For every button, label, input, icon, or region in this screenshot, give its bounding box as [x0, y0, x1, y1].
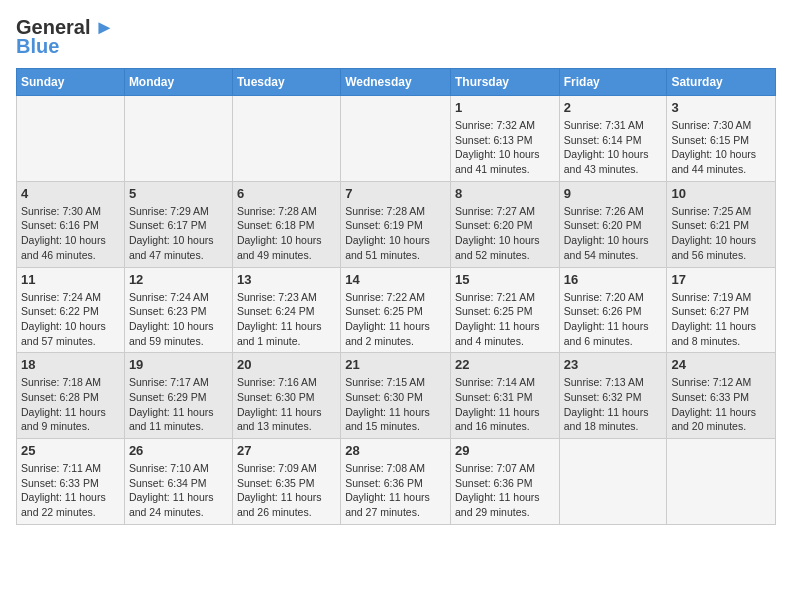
day-number: 13 [237, 272, 336, 287]
day-info: Sunrise: 7:07 AMSunset: 6:36 PMDaylight:… [455, 461, 555, 520]
calendar-week-3: 11Sunrise: 7:24 AMSunset: 6:22 PMDayligh… [17, 267, 776, 353]
calendar-cell: 10Sunrise: 7:25 AMSunset: 6:21 PMDayligh… [667, 181, 776, 267]
calendar-cell: 23Sunrise: 7:13 AMSunset: 6:32 PMDayligh… [559, 353, 667, 439]
calendar-cell: 22Sunrise: 7:14 AMSunset: 6:31 PMDayligh… [450, 353, 559, 439]
day-number: 20 [237, 357, 336, 372]
calendar-cell [559, 439, 667, 525]
calendar-cell: 15Sunrise: 7:21 AMSunset: 6:25 PMDayligh… [450, 267, 559, 353]
calendar-cell: 19Sunrise: 7:17 AMSunset: 6:29 PMDayligh… [124, 353, 232, 439]
day-info: Sunrise: 7:26 AMSunset: 6:20 PMDaylight:… [564, 204, 663, 263]
day-number: 5 [129, 186, 228, 201]
calendar-cell: 6Sunrise: 7:28 AMSunset: 6:18 PMDaylight… [232, 181, 340, 267]
calendar-week-1: 1Sunrise: 7:32 AMSunset: 6:13 PMDaylight… [17, 96, 776, 182]
day-info: Sunrise: 7:22 AMSunset: 6:25 PMDaylight:… [345, 290, 446, 349]
calendar-cell: 2Sunrise: 7:31 AMSunset: 6:14 PMDaylight… [559, 96, 667, 182]
day-info: Sunrise: 7:15 AMSunset: 6:30 PMDaylight:… [345, 375, 446, 434]
calendar-cell: 14Sunrise: 7:22 AMSunset: 6:25 PMDayligh… [341, 267, 451, 353]
day-number: 15 [455, 272, 555, 287]
calendar-week-4: 18Sunrise: 7:18 AMSunset: 6:28 PMDayligh… [17, 353, 776, 439]
calendar-cell: 26Sunrise: 7:10 AMSunset: 6:34 PMDayligh… [124, 439, 232, 525]
calendar-cell: 25Sunrise: 7:11 AMSunset: 6:33 PMDayligh… [17, 439, 125, 525]
calendar-cell: 8Sunrise: 7:27 AMSunset: 6:20 PMDaylight… [450, 181, 559, 267]
calendar-cell: 29Sunrise: 7:07 AMSunset: 6:36 PMDayligh… [450, 439, 559, 525]
day-number: 10 [671, 186, 771, 201]
day-number: 24 [671, 357, 771, 372]
day-number: 23 [564, 357, 663, 372]
day-number: 18 [21, 357, 120, 372]
calendar-cell: 5Sunrise: 7:29 AMSunset: 6:17 PMDaylight… [124, 181, 232, 267]
day-number: 7 [345, 186, 446, 201]
day-number: 1 [455, 100, 555, 115]
day-number: 4 [21, 186, 120, 201]
day-info: Sunrise: 7:21 AMSunset: 6:25 PMDaylight:… [455, 290, 555, 349]
day-info: Sunrise: 7:10 AMSunset: 6:34 PMDaylight:… [129, 461, 228, 520]
day-info: Sunrise: 7:27 AMSunset: 6:20 PMDaylight:… [455, 204, 555, 263]
day-info: Sunrise: 7:24 AMSunset: 6:23 PMDaylight:… [129, 290, 228, 349]
calendar-cell: 4Sunrise: 7:30 AMSunset: 6:16 PMDaylight… [17, 181, 125, 267]
day-number: 3 [671, 100, 771, 115]
calendar-cell: 21Sunrise: 7:15 AMSunset: 6:30 PMDayligh… [341, 353, 451, 439]
day-info: Sunrise: 7:17 AMSunset: 6:29 PMDaylight:… [129, 375, 228, 434]
logo: General ► Blue [16, 16, 114, 58]
day-number: 16 [564, 272, 663, 287]
calendar-cell: 1Sunrise: 7:32 AMSunset: 6:13 PMDaylight… [450, 96, 559, 182]
day-number: 9 [564, 186, 663, 201]
column-header-sunday: Sunday [17, 69, 125, 96]
day-number: 28 [345, 443, 446, 458]
logo-blue-text: Blue [16, 35, 59, 58]
column-header-tuesday: Tuesday [232, 69, 340, 96]
day-info: Sunrise: 7:12 AMSunset: 6:33 PMDaylight:… [671, 375, 771, 434]
day-number: 14 [345, 272, 446, 287]
day-info: Sunrise: 7:14 AMSunset: 6:31 PMDaylight:… [455, 375, 555, 434]
calendar-week-5: 25Sunrise: 7:11 AMSunset: 6:33 PMDayligh… [17, 439, 776, 525]
day-info: Sunrise: 7:11 AMSunset: 6:33 PMDaylight:… [21, 461, 120, 520]
day-number: 26 [129, 443, 228, 458]
day-info: Sunrise: 7:25 AMSunset: 6:21 PMDaylight:… [671, 204, 771, 263]
column-header-saturday: Saturday [667, 69, 776, 96]
day-number: 6 [237, 186, 336, 201]
calendar-cell: 28Sunrise: 7:08 AMSunset: 6:36 PMDayligh… [341, 439, 451, 525]
day-info: Sunrise: 7:08 AMSunset: 6:36 PMDaylight:… [345, 461, 446, 520]
day-info: Sunrise: 7:13 AMSunset: 6:32 PMDaylight:… [564, 375, 663, 434]
calendar-cell [667, 439, 776, 525]
day-info: Sunrise: 7:19 AMSunset: 6:27 PMDaylight:… [671, 290, 771, 349]
calendar-cell: 11Sunrise: 7:24 AMSunset: 6:22 PMDayligh… [17, 267, 125, 353]
day-number: 27 [237, 443, 336, 458]
calendar-cell: 7Sunrise: 7:28 AMSunset: 6:19 PMDaylight… [341, 181, 451, 267]
calendar-cell: 18Sunrise: 7:18 AMSunset: 6:28 PMDayligh… [17, 353, 125, 439]
calendar-cell: 27Sunrise: 7:09 AMSunset: 6:35 PMDayligh… [232, 439, 340, 525]
calendar-cell [17, 96, 125, 182]
day-number: 2 [564, 100, 663, 115]
day-info: Sunrise: 7:32 AMSunset: 6:13 PMDaylight:… [455, 118, 555, 177]
day-number: 12 [129, 272, 228, 287]
day-number: 22 [455, 357, 555, 372]
day-info: Sunrise: 7:20 AMSunset: 6:26 PMDaylight:… [564, 290, 663, 349]
day-info: Sunrise: 7:28 AMSunset: 6:19 PMDaylight:… [345, 204, 446, 263]
day-info: Sunrise: 7:16 AMSunset: 6:30 PMDaylight:… [237, 375, 336, 434]
day-number: 25 [21, 443, 120, 458]
calendar-week-2: 4Sunrise: 7:30 AMSunset: 6:16 PMDaylight… [17, 181, 776, 267]
day-info: Sunrise: 7:23 AMSunset: 6:24 PMDaylight:… [237, 290, 336, 349]
day-info: Sunrise: 7:18 AMSunset: 6:28 PMDaylight:… [21, 375, 120, 434]
day-number: 21 [345, 357, 446, 372]
calendar-cell: 16Sunrise: 7:20 AMSunset: 6:26 PMDayligh… [559, 267, 667, 353]
calendar-header-row: SundayMondayTuesdayWednesdayThursdayFrid… [17, 69, 776, 96]
calendar-cell [232, 96, 340, 182]
day-info: Sunrise: 7:30 AMSunset: 6:15 PMDaylight:… [671, 118, 771, 177]
calendar-table: SundayMondayTuesdayWednesdayThursdayFrid… [16, 68, 776, 525]
column-header-monday: Monday [124, 69, 232, 96]
day-info: Sunrise: 7:31 AMSunset: 6:14 PMDaylight:… [564, 118, 663, 177]
day-number: 11 [21, 272, 120, 287]
column-header-friday: Friday [559, 69, 667, 96]
logo-bird-icon: ► [94, 16, 114, 39]
calendar-cell: 12Sunrise: 7:24 AMSunset: 6:23 PMDayligh… [124, 267, 232, 353]
day-info: Sunrise: 7:28 AMSunset: 6:18 PMDaylight:… [237, 204, 336, 263]
column-header-wednesday: Wednesday [341, 69, 451, 96]
calendar-cell [341, 96, 451, 182]
day-number: 8 [455, 186, 555, 201]
day-info: Sunrise: 7:29 AMSunset: 6:17 PMDaylight:… [129, 204, 228, 263]
calendar-cell [124, 96, 232, 182]
day-info: Sunrise: 7:09 AMSunset: 6:35 PMDaylight:… [237, 461, 336, 520]
day-info: Sunrise: 7:24 AMSunset: 6:22 PMDaylight:… [21, 290, 120, 349]
calendar-cell: 13Sunrise: 7:23 AMSunset: 6:24 PMDayligh… [232, 267, 340, 353]
